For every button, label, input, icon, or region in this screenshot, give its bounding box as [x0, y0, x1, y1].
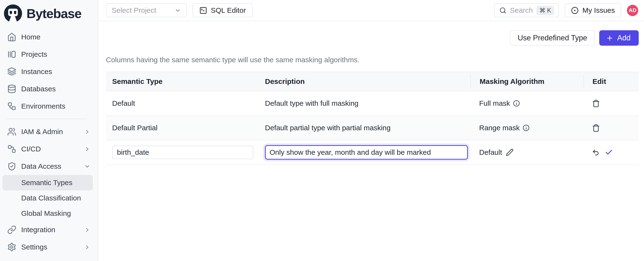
avatar-initials: AD	[629, 7, 636, 13]
table-row: Default Partial Default partial type wit…	[106, 116, 639, 140]
pencil-icon[interactable]	[506, 149, 514, 156]
semantic-type-cell: Default Partial	[106, 124, 265, 132]
sidebar-item-databases[interactable]: Databases	[0, 80, 98, 98]
sidebar-nav: Home Projects Instances Databases Enviro…	[0, 25, 98, 256]
sidebar-item-iam-admin[interactable]: IAM & Admin	[0, 123, 98, 140]
project-select-placeholder: Select Project	[112, 6, 156, 14]
gear-icon	[7, 243, 16, 252]
sidebar-item-data-access[interactable]: Data Access	[0, 158, 98, 175]
my-issues-button[interactable]: My Issues	[564, 3, 621, 17]
projects-icon	[7, 50, 16, 59]
add-label: Add	[617, 34, 630, 42]
masking-algorithm-label: Default	[479, 148, 502, 156]
page-actions: Use Predefined Type Add	[106, 30, 639, 46]
sql-editor-button[interactable]: SQL Editor	[192, 3, 253, 17]
sidebar-item-label: Environments	[21, 102, 65, 110]
masking-algorithm-label: Range mask	[479, 124, 520, 132]
sidebar-item-label: Instances	[21, 67, 52, 76]
terminal-icon	[199, 6, 207, 14]
semantic-type-cell: Default	[106, 99, 265, 107]
sidebar-item-instances[interactable]: Instances	[0, 63, 98, 80]
edit-cell	[583, 99, 639, 107]
sidebar-item-integration[interactable]: Integration	[0, 221, 98, 239]
content-column: Select Project SQL Editor Search ⌘ K My …	[98, 0, 644, 261]
search-shortcut-badge: ⌘ K	[536, 6, 554, 15]
sidebar-item-label: Settings	[21, 243, 47, 251]
sql-editor-label: SQL Editor	[211, 6, 246, 14]
table-header-row: Semantic Type Description Masking Algori…	[106, 72, 639, 91]
sidebar-item-label: Projects	[21, 50, 47, 58]
chevron-down-icon	[174, 7, 181, 14]
bytebase-logo[interactable]: Bytebase	[0, 0, 98, 25]
masking-algorithm-cell: Range mask	[470, 124, 583, 132]
sidebar-item-projects[interactable]: Projects	[0, 46, 98, 63]
sidebar-item-label: IAM & Admin	[21, 128, 63, 136]
add-button[interactable]: Add	[599, 30, 639, 46]
home-icon	[7, 32, 16, 41]
check-icon[interactable]	[605, 148, 613, 156]
search-icon	[499, 7, 506, 14]
sidebar-item-label: Home	[21, 33, 40, 41]
table-row: Default Default type with full masking F…	[106, 91, 639, 116]
sidebar-item-cicd[interactable]: CI/CD	[0, 140, 98, 158]
sidebar: Bytebase Home Projects Instances Databas…	[0, 0, 98, 261]
brand-name: Bytebase	[26, 6, 81, 21]
search-input[interactable]: Search ⌘ K	[494, 3, 559, 17]
topbar: Select Project SQL Editor Search ⌘ K My …	[98, 0, 644, 21]
use-predefined-type-button[interactable]: Use Predefined Type	[510, 30, 595, 46]
semantic-type-edit-cell	[106, 146, 265, 159]
circle-dot-icon	[571, 6, 579, 14]
edit-cell	[583, 124, 639, 132]
column-header-masking-algorithm: Masking Algorithm	[470, 74, 583, 88]
chevron-right-icon	[84, 129, 90, 135]
bytebase-logo-icon	[3, 4, 22, 23]
sidebar-item-semantic-types[interactable]: Semantic Types	[2, 175, 93, 190]
semantic-types-table: Semantic Type Description Masking Algori…	[106, 72, 639, 165]
chevron-right-icon	[84, 146, 90, 152]
sidebar-item-global-masking[interactable]: Global Masking	[0, 206, 98, 221]
undo-icon[interactable]	[592, 149, 600, 156]
users-icon	[7, 127, 16, 136]
topbar-right-group: Search ⌘ K My Issues AD	[494, 3, 638, 17]
cicd-icon	[7, 144, 16, 154]
semantic-type-input[interactable]	[112, 146, 254, 159]
sidebar-item-label: Global Masking	[21, 209, 71, 218]
sidebar-item-data-classification[interactable]: Data Classification	[0, 190, 98, 206]
sidebar-item-label: Data Classification	[21, 194, 81, 202]
chevron-right-icon	[84, 244, 90, 251]
sidebar-item-label: Integration	[21, 226, 55, 234]
description-cell: Default partial type with partial maskin…	[265, 124, 470, 132]
sidebar-item-home[interactable]: Home	[0, 28, 98, 46]
sidebar-item-settings[interactable]: Settings	[0, 239, 98, 256]
avatar[interactable]: AD	[627, 5, 638, 16]
sidebar-divider	[7, 119, 86, 119]
my-issues-label: My Issues	[582, 6, 615, 14]
table-row-editing: Default	[106, 140, 639, 165]
sidebar-item-environments[interactable]: Environments	[0, 98, 98, 115]
column-header-edit: Edit	[583, 74, 639, 88]
shield-check-icon	[7, 162, 16, 171]
semantic-types-page: Use Predefined Type Add Columns having t…	[98, 21, 644, 261]
masking-algorithm-label: Full mask	[479, 99, 510, 107]
info-icon[interactable]	[513, 100, 520, 107]
trash-icon[interactable]	[592, 124, 600, 132]
plus-icon	[606, 34, 614, 42]
project-select-dropdown[interactable]: Select Project	[106, 3, 187, 17]
masking-algorithm-cell: Default	[470, 148, 583, 156]
use-predefined-type-label: Use Predefined Type	[518, 34, 587, 42]
description-input[interactable]	[265, 145, 468, 160]
edit-cell	[583, 148, 639, 156]
chevron-right-icon	[84, 227, 90, 233]
sidebar-item-label: CI/CD	[21, 145, 41, 153]
sidebar-item-label: Databases	[21, 85, 56, 93]
info-icon[interactable]	[522, 124, 530, 131]
description-cell: Default type with full masking	[265, 99, 470, 107]
chevron-down-icon	[84, 163, 90, 170]
column-header-semantic-type: Semantic Type	[106, 77, 265, 86]
page-description: Columns having the same semantic type wi…	[106, 56, 639, 64]
instances-icon	[7, 67, 16, 76]
description-edit-cell	[265, 145, 470, 160]
trash-icon[interactable]	[592, 99, 600, 107]
environments-icon	[7, 102, 16, 111]
link-icon	[7, 225, 16, 234]
